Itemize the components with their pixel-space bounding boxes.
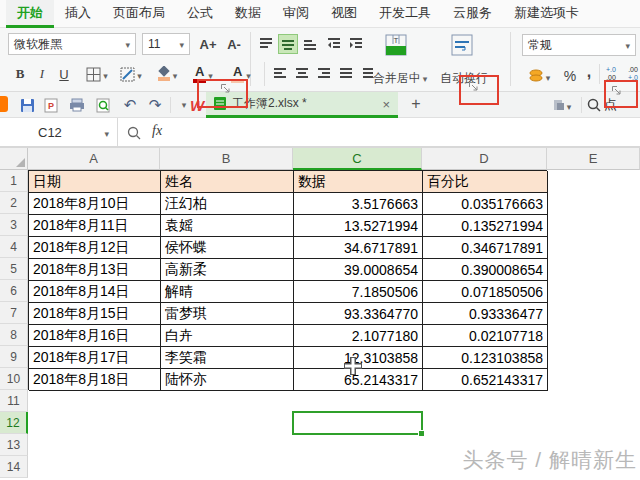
formula-input[interactable] bbox=[185, 124, 636, 142]
function-search-button[interactable] bbox=[126, 125, 142, 141]
grow-font-button[interactable]: A+ bbox=[196, 33, 220, 55]
row-header-9[interactable]: 9 bbox=[0, 346, 28, 368]
row-header-12[interactable]: 12 bbox=[0, 412, 28, 434]
print-button[interactable] bbox=[68, 96, 86, 114]
table-cell[interactable]: 0.071850506 bbox=[423, 281, 548, 303]
percent-format-button[interactable]: % bbox=[560, 66, 580, 86]
row-header-5[interactable]: 5 bbox=[0, 258, 28, 280]
search-button[interactable] bbox=[586, 97, 602, 113]
redo-button[interactable] bbox=[145, 95, 165, 115]
comma-format-button[interactable]: , bbox=[582, 62, 596, 82]
col-header-E[interactable]: E bbox=[547, 148, 640, 170]
table-header-cell[interactable]: 姓名 bbox=[161, 171, 294, 193]
new-tab-button[interactable] bbox=[406, 94, 426, 114]
wps-menu-icon[interactable] bbox=[0, 96, 8, 112]
underline-button[interactable]: U bbox=[54, 64, 74, 84]
row-header-7[interactable]: 7 bbox=[0, 302, 28, 324]
menu-tab-数据[interactable]: 数据 bbox=[224, 0, 272, 28]
table-cell[interactable]: 3.5176663 bbox=[294, 193, 423, 215]
table-cell[interactable]: 陆怀亦 bbox=[161, 369, 294, 391]
print-preview-button[interactable] bbox=[94, 96, 112, 114]
select-all-corner[interactable] bbox=[0, 148, 28, 170]
save-button[interactable] bbox=[18, 96, 36, 114]
align-middle-button[interactable] bbox=[278, 34, 298, 54]
table-cell[interactable]: 0.123103858 bbox=[423, 347, 548, 369]
table-cell[interactable]: 雷梦琪 bbox=[161, 303, 294, 325]
table-cell[interactable]: 2018年8月13日 bbox=[29, 259, 161, 281]
table-cell[interactable]: 0.346717891 bbox=[423, 237, 548, 259]
align-center-button[interactable] bbox=[292, 64, 312, 84]
italic-button[interactable]: I bbox=[32, 64, 52, 84]
table-cell[interactable]: 39.0008654 bbox=[294, 259, 423, 281]
decrease-indent-button[interactable] bbox=[324, 34, 344, 54]
align-right-button[interactable] bbox=[314, 64, 334, 84]
table-cell[interactable]: 2018年8月11日 bbox=[29, 215, 161, 237]
menu-tab-公式[interactable]: 公式 bbox=[176, 0, 224, 28]
table-cell[interactable]: 0.02107718 bbox=[423, 325, 548, 347]
table-cell[interactable]: 2018年8月16日 bbox=[29, 325, 161, 347]
undo-button[interactable] bbox=[120, 95, 140, 115]
menu-tab-云服务[interactable]: 云服务 bbox=[442, 0, 503, 28]
table-cell[interactable]: 2018年8月10日 bbox=[29, 193, 161, 215]
borders-button[interactable] bbox=[82, 64, 112, 84]
table-cell[interactable]: 13.5271994 bbox=[294, 215, 423, 237]
align-bottom-button[interactable] bbox=[300, 34, 320, 54]
table-header-cell[interactable]: 数据 bbox=[294, 171, 423, 193]
menu-tab-新建选项卡[interactable]: 新建选项卡 bbox=[503, 0, 590, 28]
font-size-select[interactable]: 11 bbox=[142, 33, 190, 55]
align-left-button[interactable] bbox=[270, 64, 290, 84]
ribbon-options-icon[interactable] bbox=[550, 97, 574, 113]
menu-tab-开发工具[interactable]: 开发工具 bbox=[368, 0, 442, 28]
name-box[interactable]: C12 bbox=[0, 118, 118, 146]
export-pdf-button[interactable]: P bbox=[42, 96, 60, 114]
close-tab-icon[interactable] bbox=[382, 95, 390, 113]
col-header-A[interactable]: A bbox=[28, 148, 160, 170]
menu-tab-页面布局[interactable]: 页面布局 bbox=[102, 0, 176, 28]
table-cell[interactable]: 7.1850506 bbox=[294, 281, 423, 303]
merge-center-button[interactable]: 合并居中 bbox=[362, 70, 438, 87]
shrink-font-button[interactable]: A- bbox=[222, 33, 246, 55]
row-header-3[interactable]: 3 bbox=[0, 214, 28, 236]
col-header-B[interactable]: B bbox=[160, 148, 293, 170]
row-header-11[interactable]: 11 bbox=[0, 390, 28, 412]
font-family-select[interactable]: 微软雅黑 bbox=[8, 33, 136, 55]
align-top-button[interactable] bbox=[256, 34, 276, 54]
wrap-text-icon-button[interactable] bbox=[450, 32, 474, 58]
menu-tab-审阅[interactable]: 审阅 bbox=[272, 0, 320, 28]
table-cell[interactable]: 0.390008654 bbox=[423, 259, 548, 281]
row-header-13[interactable]: 13 bbox=[0, 434, 28, 456]
table-cell[interactable]: 汪幻柏 bbox=[161, 193, 294, 215]
table-cell[interactable]: 0.135271994 bbox=[423, 215, 548, 237]
dialog-launcher-icon[interactable] bbox=[468, 81, 479, 92]
table-cell[interactable]: 34.6717891 bbox=[294, 237, 423, 259]
table-cell[interactable]: 李笑霜 bbox=[161, 347, 294, 369]
row-header-2[interactable]: 2 bbox=[0, 192, 28, 214]
table-cell[interactable]: 白卉 bbox=[161, 325, 294, 347]
table-header-cell[interactable]: 百分比 bbox=[423, 171, 548, 193]
dialog-launcher-icon[interactable] bbox=[611, 85, 622, 96]
align-justify-button[interactable] bbox=[336, 64, 356, 84]
row-header-6[interactable]: 6 bbox=[0, 280, 28, 302]
menu-tab-开始[interactable]: 开始 bbox=[6, 0, 54, 28]
bold-button[interactable]: B bbox=[10, 64, 30, 84]
selected-cell-C12[interactable] bbox=[292, 411, 423, 435]
table-cell[interactable]: 解晴 bbox=[161, 281, 294, 303]
currency-format-button[interactable] bbox=[524, 66, 554, 86]
merge-center-icon-button[interactable]: T bbox=[384, 32, 408, 58]
fill-handle[interactable] bbox=[418, 430, 425, 437]
dialog-launcher-icon[interactable] bbox=[220, 83, 231, 94]
row-header-10[interactable]: 10 bbox=[0, 368, 28, 390]
table-cell[interactable]: 袁媱 bbox=[161, 215, 294, 237]
row-header-14[interactable]: 14 bbox=[0, 456, 28, 478]
table-cell[interactable]: 2018年8月17日 bbox=[29, 347, 161, 369]
row-header-4[interactable]: 4 bbox=[0, 236, 28, 258]
fill-color-button[interactable] bbox=[152, 64, 182, 84]
draw-border-button[interactable] bbox=[116, 64, 146, 84]
table-cell[interactable]: 0.93336477 bbox=[423, 303, 548, 325]
table-cell[interactable]: 高新柔 bbox=[161, 259, 294, 281]
menu-tab-插入[interactable]: 插入 bbox=[54, 0, 102, 28]
table-header-cell[interactable]: 日期 bbox=[29, 171, 161, 193]
table-cell[interactable]: 2018年8月12日 bbox=[29, 237, 161, 259]
table-cell[interactable]: 0.652143317 bbox=[423, 369, 548, 391]
table-cell[interactable]: 93.3364770 bbox=[294, 303, 423, 325]
